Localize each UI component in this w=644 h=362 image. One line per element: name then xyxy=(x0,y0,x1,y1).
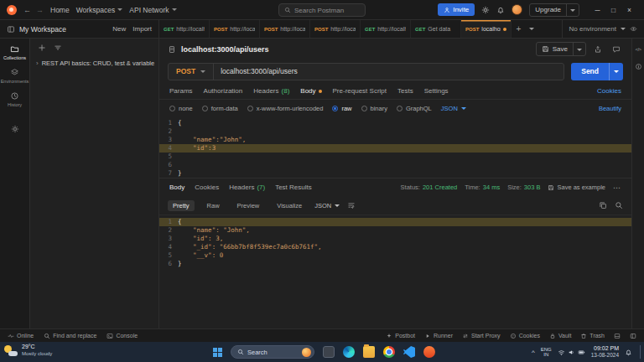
import-button[interactable]: Import xyxy=(132,25,152,33)
request-tab[interactable]: POST http://localh... xyxy=(210,20,260,38)
url-input[interactable] xyxy=(213,64,564,80)
method-selector[interactable]: POST xyxy=(169,67,213,75)
share-icon[interactable] xyxy=(591,43,605,56)
weather-widget[interactable]: 29°C Mostly cloudy xyxy=(4,344,52,357)
info-icon[interactable] xyxy=(635,63,642,70)
view-preview[interactable]: Preview xyxy=(232,200,265,211)
send-button[interactable]: Send xyxy=(571,63,623,80)
copy-response-icon[interactable] xyxy=(599,201,607,209)
request-body-editor[interactable]: 1{ 2 3 "name":"John", 4 "id":3 5 6 7} xyxy=(159,116,631,178)
sidebar-toggle-icon[interactable] xyxy=(7,25,15,34)
split-pane-icon[interactable] xyxy=(614,333,621,339)
cookies-button[interactable]: Cookies xyxy=(510,333,540,339)
mode-graphql[interactable]: GraphQL xyxy=(397,105,432,112)
user-avatar[interactable] xyxy=(512,4,522,15)
postbot-button[interactable]: Postbot xyxy=(386,333,415,339)
send-dropdown[interactable] xyxy=(609,63,623,80)
response-tab-test-results[interactable]: Test Results xyxy=(275,184,312,191)
mode-raw[interactable]: raw xyxy=(332,105,351,112)
chrome-icon[interactable] xyxy=(383,346,395,358)
add-collection-icon[interactable] xyxy=(38,44,46,52)
response-tab-headers[interactable]: Headers(7) xyxy=(229,184,265,191)
filter-icon[interactable] xyxy=(54,44,62,52)
mode-binary[interactable]: binary xyxy=(361,105,387,112)
file-explorer-icon[interactable] xyxy=(363,346,375,358)
online-status[interactable]: Online xyxy=(8,333,34,339)
back-icon[interactable]: ← xyxy=(23,6,31,14)
sidebar-item-history[interactable]: History xyxy=(0,91,29,107)
configure-sidebar-icon[interactable] xyxy=(11,125,19,133)
start-proxy-button[interactable]: Start Proxy xyxy=(462,333,501,339)
brave-icon[interactable] xyxy=(423,346,435,358)
tab-body[interactable]: Body xyxy=(300,87,321,95)
upgrade-dropdown[interactable] xyxy=(566,3,579,16)
code-snippet-icon[interactable]: </> xyxy=(635,47,641,52)
expand-caret-icon[interactable]: › xyxy=(36,60,39,67)
app-icon-monitor[interactable] xyxy=(323,346,335,358)
request-tab[interactable]: POST http://localho... xyxy=(310,20,361,38)
upgrade-button[interactable]: Upgrade xyxy=(529,3,579,17)
collection-tree-item[interactable]: › REST API basics: CRUD, test & variable xyxy=(30,57,158,70)
save-as-example-button[interactable]: Save as example xyxy=(548,184,605,191)
beautify-link[interactable]: Beautify xyxy=(599,105,621,112)
response-body-viewer[interactable]: 1{ 2 "name": "John", 3 "id": 3, 4 "_id":… xyxy=(159,215,631,328)
request-tab[interactable]: GET http://localho... xyxy=(159,20,210,38)
vault-button[interactable]: Vault xyxy=(549,333,571,339)
tab-headers[interactable]: Headers(8) xyxy=(253,87,289,95)
edge-icon[interactable] xyxy=(343,346,355,358)
tab-options-icon[interactable] xyxy=(526,20,538,38)
clock[interactable]: 09:02 PM 13-08-2024 xyxy=(591,345,619,359)
invite-button[interactable]: Invite xyxy=(438,3,475,16)
request-tab[interactable]: POST http://localh... xyxy=(260,20,310,38)
workspaces-menu[interactable]: Workspaces xyxy=(76,6,123,14)
environment-quick-look-icon[interactable] xyxy=(630,25,637,33)
start-button[interactable] xyxy=(213,348,222,357)
tray-status-icons[interactable] xyxy=(558,349,585,356)
response-format-selector[interactable]: JSON xyxy=(314,202,340,209)
taskbar-search[interactable]: Search xyxy=(231,345,314,359)
tab-params[interactable]: Params xyxy=(169,87,193,95)
window-close-button[interactable]: × xyxy=(621,6,637,14)
notifications-icon[interactable] xyxy=(625,349,632,356)
environment-selector[interactable]: No environment xyxy=(562,20,644,38)
window-maximize-button[interactable]: □ xyxy=(605,6,621,14)
bottom-panel-icon[interactable] xyxy=(630,333,636,339)
global-search[interactable]: Search Postman xyxy=(278,3,366,17)
raw-format-selector[interactable]: JSON xyxy=(441,105,466,112)
find-replace-button[interactable]: Find and replace xyxy=(44,333,96,339)
window-minimize-button[interactable]: ─ xyxy=(589,6,605,14)
response-tab-body[interactable]: Body xyxy=(169,184,184,191)
tab-settings[interactable]: Settings xyxy=(424,87,449,95)
request-tab[interactable]: GET Get data xyxy=(411,20,461,38)
forward-icon[interactable]: → xyxy=(36,6,44,14)
show-desktop-strip[interactable] xyxy=(640,345,641,359)
tab-tests[interactable]: Tests xyxy=(397,87,413,95)
tab-pre-request-script[interactable]: Pre-request Script xyxy=(333,87,387,95)
sidebar-item-environments[interactable]: Environments xyxy=(0,68,29,84)
api-network-menu[interactable]: API Network xyxy=(129,6,176,14)
settings-gear-icon[interactable] xyxy=(481,6,490,14)
trash-button[interactable]: Trash xyxy=(580,333,605,339)
runner-button[interactable]: Runner xyxy=(424,333,453,339)
comment-icon[interactable] xyxy=(610,43,623,56)
response-more-options-icon[interactable]: ⋯ xyxy=(613,184,621,192)
response-tab-cookies[interactable]: Cookies xyxy=(195,184,219,191)
save-dropdown[interactable] xyxy=(573,43,585,55)
workspace-name[interactable]: My Workspace xyxy=(19,25,66,34)
console-button[interactable]: Console xyxy=(106,333,138,339)
mode-form-data[interactable]: form-data xyxy=(202,105,238,112)
mode-none[interactable]: none xyxy=(169,105,193,112)
home-menu[interactable]: Home xyxy=(50,6,70,14)
view-visualize[interactable]: Visualize xyxy=(272,200,307,211)
view-raw[interactable]: Raw xyxy=(202,200,225,211)
wrap-line-icon[interactable] xyxy=(347,201,356,209)
cookies-link[interactable]: Cookies xyxy=(597,87,621,95)
new-button[interactable]: New xyxy=(112,25,126,33)
request-tab[interactable]: GET http://localho... xyxy=(361,20,411,38)
notifications-bell-icon[interactable] xyxy=(496,6,505,14)
view-pretty[interactable]: Pretty xyxy=(168,200,195,211)
search-response-icon[interactable] xyxy=(615,201,623,209)
sidebar-item-collections[interactable]: Collections xyxy=(0,44,29,60)
request-tab-active[interactable]: POST localhost:300... xyxy=(461,20,512,38)
language-indicator[interactable]: ENG IN xyxy=(541,347,552,358)
